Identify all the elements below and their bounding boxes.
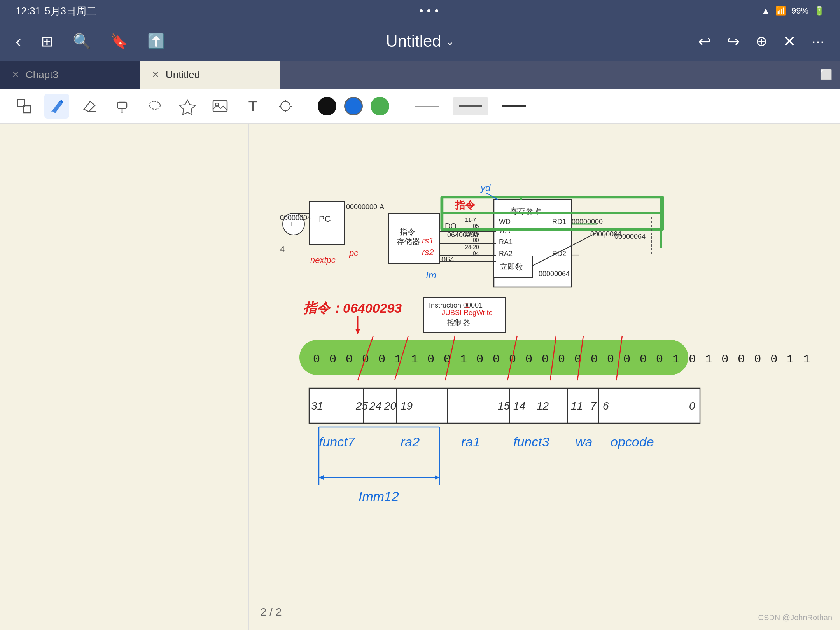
wifi-icon: 📶 (775, 6, 786, 16)
document-title[interactable]: Untitled (386, 32, 441, 51)
svg-text:Im: Im (426, 270, 436, 280)
svg-text:00000064: 00000064 (539, 270, 570, 278)
close-button[interactable]: ✕ (783, 32, 796, 50)
shape-tool-button[interactable] (175, 94, 200, 119)
marker-icon (114, 98, 131, 115)
crop-tool-button[interactable] (12, 94, 37, 119)
main-content: PC + 4 nextpc pc 00000004 00000000 A 指令 … (0, 124, 840, 630)
bookmark-button[interactable]: 🔖 (110, 33, 128, 49)
status-right: ▲ 📶 99% 🔋 (761, 6, 824, 16)
chapt3-tab-label: Chapt3 (26, 69, 58, 81)
watermark: CSDN @JohnRothan (758, 613, 832, 622)
color-blue-button[interactable] (344, 97, 363, 116)
svg-text:12: 12 (537, 400, 549, 412)
svg-text:1: 1 (465, 301, 469, 309)
svg-text:00000064: 00000064 (614, 233, 646, 240)
redo-button[interactable]: ↪ (727, 32, 740, 50)
back-button[interactable]: ‹ (16, 32, 21, 51)
text-icon: T (248, 98, 257, 114)
date-display: 5月3日周二 (45, 4, 96, 18)
svg-text:pc: pc (349, 248, 358, 258)
battery-level: 99% (791, 6, 808, 16)
shape-icon (179, 98, 196, 115)
svg-text:funct3: funct3 (513, 434, 550, 449)
battery-icon: 🔋 (814, 6, 824, 16)
grid-button[interactable]: ⊞ (41, 33, 53, 50)
lasso-tool-button[interactable] (142, 94, 167, 119)
title-bar-center: Untitled ⌄ (386, 32, 454, 51)
svg-text:指令：06400293: 指令：06400293 (303, 301, 402, 315)
svg-text:nextpc: nextpc (310, 255, 336, 265)
svg-point-8 (281, 102, 290, 111)
svg-text:19: 19 (401, 400, 413, 412)
lasso-icon (146, 98, 163, 115)
svg-text:11: 11 (571, 400, 583, 412)
svg-text:指令: 指令 (399, 228, 415, 236)
status-center (420, 9, 438, 12)
pen-tool-button[interactable] (44, 94, 69, 119)
search-button[interactable]: 🔍 (73, 33, 91, 50)
tab-bar: ✕ Chapt3 ✕ Untitled ⬜ (0, 61, 840, 89)
text-tool-button[interactable]: T (240, 94, 265, 119)
toolbar-separator-1 (308, 96, 308, 116)
color-black-button[interactable] (318, 97, 336, 116)
svg-text:rs2: rs2 (422, 247, 434, 257)
svg-text:00000000: 00000000 (346, 203, 377, 211)
svg-text:RD2: RD2 (552, 250, 566, 257)
svg-text:00: 00 (473, 237, 479, 243)
right-panel[interactable]: PC + 4 nextpc pc 00000004 00000000 A 指令 … (249, 124, 840, 630)
svg-text:Imm12: Imm12 (359, 489, 399, 504)
svg-text:25: 25 (355, 400, 368, 412)
svg-rect-3 (117, 102, 127, 108)
svg-text:rs1: rs1 (422, 236, 434, 245)
status-left: 12:31 5月3日周二 (16, 4, 96, 18)
svg-text:0: 0 (689, 400, 695, 412)
status-bar: 12:31 5月3日周二 ▲ 📶 99% 🔋 (0, 0, 840, 22)
more-button[interactable]: ··· (812, 33, 824, 50)
undo-button[interactable]: ↩ (698, 32, 711, 50)
panel-toggle[interactable]: ⬜ (820, 61, 840, 89)
toolbar: T (0, 89, 840, 124)
svg-text:24: 24 (369, 400, 382, 412)
svg-text:RA1: RA1 (499, 238, 513, 246)
marker-tool-button[interactable] (110, 94, 135, 119)
svg-text:24-20: 24-20 (465, 244, 479, 250)
svg-text:7: 7 (590, 400, 597, 412)
share-button[interactable]: ⬆️ (147, 33, 165, 49)
svg-text:yd: yd (480, 182, 491, 193)
color-green-button[interactable] (371, 97, 389, 116)
close-chapt3-tab[interactable]: ✕ (12, 69, 19, 80)
highlighter-icon (277, 98, 294, 115)
svg-text:opcode: opcode (611, 434, 654, 449)
svg-text:31: 31 (311, 400, 323, 412)
line-thin-button[interactable] (409, 97, 445, 116)
eraser-tool-button[interactable] (77, 94, 102, 119)
image-tool-button[interactable] (208, 94, 233, 119)
svg-rect-6 (213, 101, 227, 112)
line-medium-button[interactable] (453, 97, 488, 116)
svg-point-5 (149, 102, 160, 109)
svg-text:指令: 指令 (455, 199, 476, 211)
eraser-icon (81, 98, 98, 115)
title-bar: ‹ ⊞ 🔍 🔖 ⬆️ Untitled ⌄ ↩ ↪ ⊕ ✕ ··· (0, 22, 840, 61)
add-page-button[interactable]: ⊕ (756, 33, 767, 49)
svg-text:ra1: ra1 (461, 434, 480, 449)
svg-text:RD1: RD1 (552, 218, 566, 226)
svg-text:控制器: 控制器 (447, 318, 471, 327)
line-thick-button[interactable] (496, 97, 532, 116)
signal-icon: ▲ (761, 6, 770, 16)
svg-text:11-7: 11-7 (465, 217, 476, 223)
highlighter-tool-button[interactable] (273, 94, 298, 119)
pen-icon (48, 98, 65, 115)
tab-chapt3[interactable]: ✕ Chapt3 (0, 61, 140, 89)
drawing-canvas: PC + 4 nextpc pc 00000004 00000000 A 指令 … (249, 124, 817, 621)
close-untitled-tab[interactable]: ✕ (152, 69, 159, 80)
svg-text:064: 064 (441, 255, 454, 264)
svg-text:Instruction  00001: Instruction 00001 (429, 301, 483, 309)
title-chevron-icon[interactable]: ⌄ (445, 35, 454, 48)
svg-text:A: A (380, 203, 384, 211)
svg-text:14: 14 (513, 400, 525, 412)
tab-untitled[interactable]: ✕ Untitled (140, 61, 280, 89)
svg-text:PC: PC (319, 214, 331, 224)
svg-text:wa: wa (576, 434, 592, 449)
